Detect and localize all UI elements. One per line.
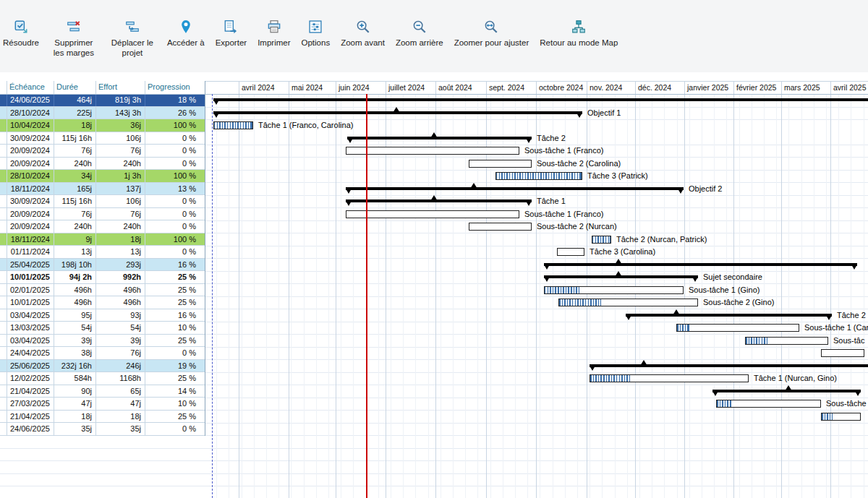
task-bar[interactable] bbox=[544, 286, 684, 294]
table-row[interactable]: 18/11/20249j18j100 % bbox=[0, 233, 205, 246]
task-bar[interactable] bbox=[821, 349, 864, 357]
task-bar[interactable] bbox=[676, 324, 799, 332]
table-row[interactable]: 28/10/2024225j143j 3h26 % bbox=[0, 107, 205, 120]
row-marker-cell bbox=[0, 360, 7, 372]
cell-progression: 26 % bbox=[145, 107, 205, 119]
summary-bar[interactable] bbox=[544, 263, 857, 266]
task-bar[interactable] bbox=[346, 210, 519, 218]
table-row[interactable]: 25/04/2025198j 10h293j16 % bbox=[0, 259, 205, 272]
task-bar[interactable] bbox=[558, 299, 698, 306]
table-row[interactable]: 20/09/2024240h240h0 % bbox=[0, 158, 205, 171]
table-row[interactable]: 01/11/202413j13j0 % bbox=[0, 246, 205, 259]
task-bar[interactable] bbox=[213, 121, 253, 129]
row-marker-cell bbox=[0, 183, 7, 195]
table-row[interactable]: 21/04/202590j65j14 % bbox=[0, 385, 205, 398]
cell-duree: 115j 16h bbox=[54, 195, 96, 207]
task-bar[interactable] bbox=[495, 172, 582, 180]
task-progress-hatch bbox=[214, 122, 252, 129]
cell-echeance: 30/09/2024 bbox=[7, 132, 54, 145]
toolbar-button-zoom-out[interactable]: Zoom arrière bbox=[396, 19, 443, 48]
toolbar-button-zoom-fit[interactable]: Zoomer pour ajuster bbox=[454, 19, 529, 48]
toolbar-button-go-to[interactable]: Accéder à bbox=[167, 19, 205, 48]
cell-echeance: 20/09/2024 bbox=[7, 145, 54, 157]
table-row[interactable]: 02/01/2025496h496h25 % bbox=[0, 284, 205, 297]
table-row[interactable]: 24/06/202535j35j0 % bbox=[0, 423, 205, 436]
row-marker-cell bbox=[0, 411, 7, 423]
table-row[interactable]: 10/01/2025496h496h25 % bbox=[0, 296, 205, 309]
cell-progression: 0 % bbox=[145, 208, 205, 220]
column-header-progression[interactable]: Progression bbox=[145, 81, 205, 94]
summary-bar[interactable] bbox=[626, 314, 832, 317]
table-row[interactable]: 28/10/202434j1j 3h100 % bbox=[0, 170, 205, 183]
toolbar-button-move-project[interactable]: Déplacer le projet bbox=[109, 19, 156, 59]
table-row[interactable]: 12/02/2025584h1168h25 % bbox=[0, 372, 205, 385]
summary-bar[interactable] bbox=[346, 199, 532, 202]
toolbar-button-label: Imprimer bbox=[258, 38, 290, 48]
summary-bar[interactable] bbox=[346, 187, 684, 190]
column-header-effort[interactable]: Effort bbox=[96, 81, 145, 94]
cell-effort: 54j bbox=[96, 322, 145, 334]
summary-bar[interactable] bbox=[590, 364, 868, 367]
cell-duree: 38j bbox=[54, 347, 96, 359]
table-row[interactable]: 30/09/2024115j 16h106j0 % bbox=[0, 132, 205, 145]
table-row[interactable]: 20/09/2024240h240h0 % bbox=[0, 220, 205, 233]
gantt-bar-label: Objectif 2 bbox=[689, 183, 722, 195]
toolbar-button-resolve[interactable]: Résoudre bbox=[3, 19, 39, 48]
timeline-month-header: avril 2024mai 2024juin 2024juillet 2024a… bbox=[205, 81, 868, 95]
gantt-row: Tâche 1 (Nurcan, Gino) bbox=[205, 372, 868, 385]
month-label: mai 2024 bbox=[292, 83, 323, 92]
cell-echeance: 24/04/2025 bbox=[7, 347, 54, 359]
task-bar[interactable] bbox=[745, 337, 828, 345]
task-bar[interactable] bbox=[821, 413, 861, 421]
toolbar-button-zoom-in[interactable]: Zoom avant bbox=[341, 19, 385, 48]
cell-duree: 225j bbox=[54, 107, 96, 119]
cell-echeance: 21/04/2025 bbox=[7, 385, 54, 398]
table-row[interactable]: 25/06/2025232j 16h246j19 % bbox=[0, 360, 205, 373]
table-row[interactable]: 18/11/2024165j137j13 % bbox=[0, 183, 205, 196]
toolbar-button-remove-margins[interactable]: Supprimer les marges bbox=[50, 19, 98, 59]
task-bar[interactable] bbox=[716, 400, 821, 408]
task-bar[interactable] bbox=[557, 248, 584, 256]
table-row[interactable]: 20/09/202476j76j0 % bbox=[0, 145, 205, 158]
table-row[interactable]: 03/04/202539j39j25 % bbox=[0, 335, 205, 348]
toolbar-button-print[interactable]: Imprimer bbox=[258, 19, 290, 48]
table-row[interactable]: 30/09/2024115j 16h106j0 % bbox=[0, 195, 205, 208]
summary-start-cap bbox=[590, 366, 595, 371]
cell-echeance: 28/10/2024 bbox=[7, 170, 54, 182]
task-bar[interactable] bbox=[590, 374, 749, 382]
toolbar-button-map-mode[interactable]: Retour au mode Map bbox=[540, 19, 618, 48]
cell-progression: 25 % bbox=[145, 411, 205, 423]
column-header-echeance[interactable]: Échéance bbox=[7, 81, 54, 94]
summary-bar[interactable] bbox=[347, 137, 532, 139]
gantt-row: Tâche 2 (Nurcan, Patrick) bbox=[205, 233, 868, 246]
task-bar[interactable] bbox=[346, 147, 519, 155]
cell-duree: 39j bbox=[54, 335, 96, 347]
task-progress-hatch bbox=[590, 375, 630, 382]
table-row[interactable]: 13/03/202554j54j10 % bbox=[0, 322, 205, 335]
table-row[interactable]: 03/04/202595j93j16 % bbox=[0, 309, 205, 322]
gantt-bar-label: Sous-tâche 1 (Franco) bbox=[524, 145, 603, 157]
toolbar-button-label: Zoom arrière bbox=[396, 38, 443, 48]
row-marker-cell bbox=[0, 107, 7, 119]
table-row[interactable]: 10/04/202418j36j100 % bbox=[0, 119, 205, 132]
toolbar-button-options[interactable]: Options bbox=[302, 19, 331, 48]
table-row[interactable]: 10/01/202594j 2h992h25 % bbox=[0, 271, 205, 284]
table-row[interactable]: 24/04/202538j76j0 % bbox=[0, 347, 205, 360]
table-row[interactable]: 20/09/202476j76j0 % bbox=[0, 208, 205, 221]
cell-effort: 65j bbox=[96, 385, 145, 398]
toolbar-button-export[interactable]: Exporter bbox=[216, 19, 247, 48]
toolbar: RésoudreSupprimer les margesDéplacer le … bbox=[0, 0, 868, 72]
task-bar[interactable] bbox=[469, 223, 532, 231]
row-marker-cell bbox=[0, 208, 7, 220]
task-progress-hatch bbox=[822, 413, 833, 420]
task-bar[interactable] bbox=[592, 236, 611, 244]
table-row[interactable]: 21/04/202518j18j25 % bbox=[0, 411, 205, 424]
toolbar-button-label: Déplacer le projet bbox=[109, 38, 156, 59]
cell-duree: 54j bbox=[54, 322, 96, 334]
summary-bar[interactable] bbox=[213, 98, 868, 101]
table-row[interactable]: 27/03/202547j47j10 % bbox=[0, 398, 205, 411]
column-header-duree[interactable]: Durée bbox=[54, 81, 96, 94]
cell-echeance: 02/01/2025 bbox=[7, 284, 54, 296]
task-bar[interactable] bbox=[469, 160, 532, 168]
table-row[interactable]: 24/06/2025464j819j 3h18 % bbox=[0, 94, 205, 107]
